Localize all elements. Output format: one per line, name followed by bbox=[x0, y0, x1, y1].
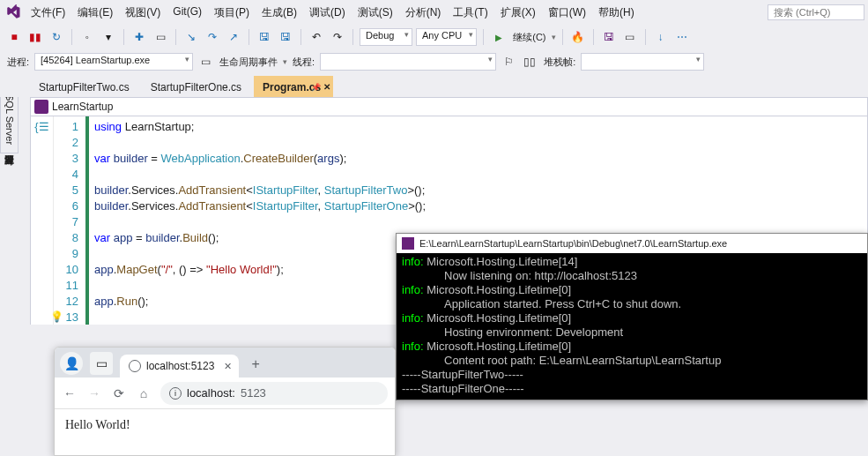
toolbar-debug: 进程: [45264] LearnStartup.exe ▭ 生命周期事件 ▾ … bbox=[0, 49, 868, 74]
breadcrumb-project: LearnStartup bbox=[52, 101, 113, 113]
restart-icon[interactable]: ↻ bbox=[48, 28, 65, 46]
menu-item[interactable]: 扩展(X) bbox=[494, 2, 542, 24]
project-icon bbox=[34, 100, 48, 114]
globe-icon bbox=[129, 360, 141, 372]
browser-tab[interactable]: localhost:5123 ✕ bbox=[120, 355, 239, 378]
more-icon[interactable]: ⋯ bbox=[673, 28, 691, 46]
continue-play-icon[interactable]: ▶ bbox=[490, 28, 508, 46]
tab-startupfiltertwo[interactable]: StartupFilterTwo.cs bbox=[30, 77, 142, 97]
menu-item[interactable]: 生成(B) bbox=[256, 2, 303, 24]
rail-sql-explorer[interactable]: SQL Server 对象资源管理器 bbox=[0, 88, 19, 153]
forward-icon[interactable]: → bbox=[86, 385, 102, 401]
redo-icon[interactable]: ↷ bbox=[329, 28, 346, 46]
step-over-icon[interactable]: ↷ bbox=[204, 28, 221, 46]
browser-tab-title: localhost:5123 bbox=[146, 360, 214, 372]
save-all-icon[interactable]: 🖫 bbox=[277, 28, 294, 46]
lifecycle-icon[interactable]: ▭ bbox=[197, 53, 214, 71]
lifecycle-label: 生命周期事件 bbox=[218, 56, 279, 69]
open-icon[interactable]: ▭ bbox=[152, 28, 169, 46]
menu-item[interactable]: 项目(P) bbox=[208, 2, 256, 24]
new-tab-button[interactable]: + bbox=[246, 356, 264, 378]
stop-icon[interactable]: ■ bbox=[5, 28, 23, 46]
process-label: 进程: bbox=[5, 56, 31, 69]
address-bar[interactable]: i localhost:5123 bbox=[160, 382, 388, 405]
pause-icon[interactable]: ▮▮ bbox=[26, 28, 44, 46]
process-combo[interactable]: [45264] LearnStartup.exe bbox=[34, 53, 193, 71]
step-out-icon[interactable]: ↗ bbox=[225, 28, 242, 46]
config-combo[interactable]: Debug bbox=[360, 28, 412, 46]
menu-bar: 文件(F)编辑(E)视图(V)Git(G)项目(P)生成(B)调试(D)测试(S… bbox=[0, 0, 868, 25]
outline-gutter: {☰ bbox=[31, 116, 54, 325]
search-input[interactable] bbox=[768, 4, 864, 20]
menu-item[interactable]: 调试(D) bbox=[303, 2, 352, 24]
address-host: localhost: bbox=[187, 386, 235, 400]
tab-program[interactable]: Program.cs 📌 ✕ bbox=[254, 76, 333, 97]
vs-logo-icon bbox=[4, 3, 23, 22]
frame-icon[interactable]: ▭ bbox=[621, 28, 639, 46]
step-icon[interactable]: ↓ bbox=[652, 28, 670, 46]
save-debug-icon[interactable]: 🖫 bbox=[600, 28, 618, 46]
line-number-gutter: 12345678910111213 bbox=[54, 116, 85, 325]
stackframe-combo[interactable] bbox=[581, 53, 704, 71]
undo-icon[interactable]: ↶ bbox=[308, 28, 325, 46]
site-info-icon[interactable]: i bbox=[169, 387, 182, 400]
tab-close-icon[interactable]: ✕ bbox=[224, 361, 232, 372]
browser-toolbar: ← → ⟳ ⌂ i localhost:5123 bbox=[55, 378, 395, 409]
back-icon[interactable]: ← bbox=[62, 385, 78, 401]
console-titlebar[interactable]: E:\Learn\LearnStartup\LearnStartup\bin\D… bbox=[397, 234, 867, 253]
thread-label: 线程: bbox=[291, 56, 316, 69]
console-title-text: E:\Learn\LearnStartup\LearnStartup\bin\D… bbox=[419, 238, 727, 249]
home-icon[interactable]: ⌂ bbox=[136, 385, 152, 401]
console-output: info: Microsoft.Hosting.Lifetime[14]Now … bbox=[397, 253, 867, 398]
code-nav-bar[interactable]: LearnStartup bbox=[30, 97, 868, 116]
address-port: 5123 bbox=[241, 386, 266, 400]
flag-icon[interactable]: ⚐ bbox=[500, 53, 517, 71]
stackframe-label: 堆栈帧: bbox=[542, 56, 577, 69]
document-tab-row: StartupFilterTwo.cs StartupFilterOne.cs … bbox=[0, 74, 868, 97]
menu-item[interactable]: 分析(N) bbox=[399, 2, 448, 24]
step-into-icon[interactable]: ↘ bbox=[182, 28, 200, 46]
reload-icon[interactable]: ⟳ bbox=[111, 385, 127, 401]
browser-window[interactable]: 👤 ▭ localhost:5123 ✕ + ← → ⟳ ⌂ i localho… bbox=[54, 347, 396, 456]
lightbulb-icon[interactable]: 💡 bbox=[50, 310, 63, 323]
platform-combo[interactable]: Any CPU bbox=[416, 28, 477, 46]
nav-fwd-icon[interactable]: ▾ bbox=[100, 28, 117, 46]
menu-item[interactable]: 帮助(H) bbox=[592, 2, 641, 24]
pin-icon[interactable]: 📌 bbox=[311, 83, 321, 92]
menu-item[interactable]: Git(G) bbox=[167, 2, 208, 24]
tab-startupfilterone[interactable]: StartupFilterOne.cs bbox=[142, 77, 254, 97]
save-icon[interactable]: 🖫 bbox=[256, 28, 273, 46]
menu-item[interactable]: 视图(V) bbox=[119, 2, 167, 24]
continue-button[interactable]: 继续(C) bbox=[511, 31, 547, 44]
menu-item[interactable]: 窗口(W) bbox=[542, 2, 592, 24]
new-item-icon[interactable]: ✚ bbox=[130, 28, 148, 46]
console-window[interactable]: E:\Learn\LearnStartup\LearnStartup\bin\D… bbox=[396, 233, 868, 400]
nav-back-icon[interactable]: ◦ bbox=[78, 28, 96, 46]
browser-viewport: Hello World! bbox=[55, 409, 395, 441]
menu-item[interactable]: 编辑(E) bbox=[71, 2, 119, 24]
close-icon[interactable]: ✕ bbox=[323, 82, 330, 92]
hot-reload-icon[interactable]: 🔥 bbox=[569, 28, 587, 46]
console-icon bbox=[402, 237, 414, 250]
profile-icon[interactable]: 👤 bbox=[60, 352, 83, 375]
browser-tab-strip: 👤 ▭ localhost:5123 ✕ + bbox=[55, 348, 395, 378]
tabs-icon[interactable]: ▭ bbox=[90, 352, 113, 375]
menu-item[interactable]: 工具(T) bbox=[447, 2, 493, 24]
threads-icon[interactable]: ▯▯ bbox=[521, 53, 538, 71]
toolbar-main: ■ ▮▮ ↻ ◦ ▾ ✚ ▭ ↘ ↷ ↗ 🖫 🖫 ↶ ↷ Debug Any C… bbox=[0, 25, 868, 49]
menu-item[interactable]: 测试(S) bbox=[352, 2, 399, 24]
thread-combo[interactable] bbox=[320, 53, 496, 71]
menu-item[interactable]: 文件(F) bbox=[25, 2, 71, 24]
